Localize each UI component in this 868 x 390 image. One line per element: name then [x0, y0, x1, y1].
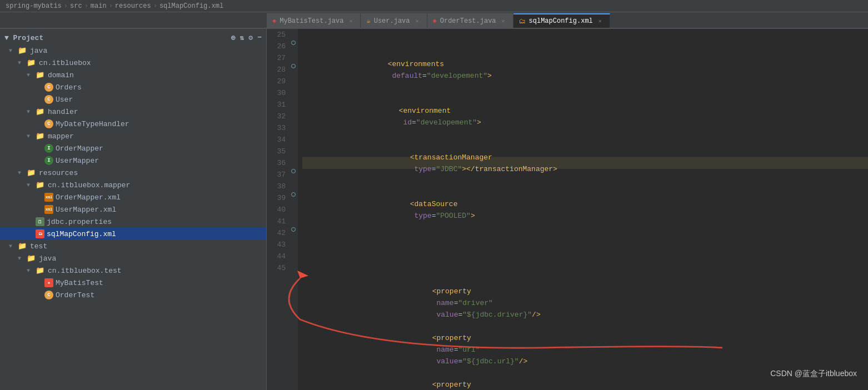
folder-icon-test-java: 📁	[27, 254, 37, 263]
breadcrumb-src[interactable]: src	[70, 2, 82, 10]
folder-icon-cn-test: 📁	[36, 266, 46, 275]
expand-icon[interactable]: ⇅	[240, 33, 245, 42]
code-line-29	[302, 251, 868, 262]
code-line-31: <property name="url" value="${jdbc.url}"…	[302, 344, 868, 356]
xml-icon-usermapper: xml	[44, 205, 53, 214]
code-area[interactable]: <environments default="developement"> <e…	[298, 29, 868, 390]
tree-item-test-java[interactable]: ▼ 📁 java	[0, 252, 266, 264]
tab-sqlmapconfig-label: sqlMapConfig.xml	[529, 17, 593, 25]
tree-label-mybatistest: MyBatisTest	[56, 279, 103, 287]
tree-label-ordermapper-xml: OrderMapper.xml	[56, 193, 121, 202]
tree-item-orders[interactable]: C Orders	[0, 81, 266, 93]
gutter-mark-37	[291, 169, 296, 173]
tree-label-cn-test: cn.itbluebox.test	[48, 267, 122, 275]
folder-icon-test: 📁	[18, 242, 28, 251]
editor: 25 26 27 28 29 30 31 32 33 34 35 36 37 3…	[267, 29, 868, 390]
mybatis-icon: ◈	[272, 17, 276, 25]
tree-item-resources[interactable]: ▼ 📁 resources	[0, 167, 266, 179]
tree-label-test-java: java	[39, 254, 56, 263]
folder-icon: 📁	[18, 46, 28, 55]
tree-item-cn-itbluebox[interactable]: ▼ 📁 cn.itbluebox	[0, 57, 266, 69]
settings-icon[interactable]: ⚙	[248, 33, 253, 42]
tree-label-user: User	[56, 96, 73, 104]
tree-label-handler-class: MyDateTypeHandler	[56, 120, 129, 128]
mybatis-test-icon: ◈	[44, 278, 53, 287]
tab-user-close[interactable]: ✕	[413, 17, 421, 25]
java-class-icon-handler: C	[44, 119, 53, 128]
interface-icon-user: I	[44, 156, 53, 165]
gutter-mark-42	[291, 227, 296, 232]
tab-user-label: User.java	[374, 17, 410, 25]
tree-item-mybatistest[interactable]: ◈ MyBatisTest	[0, 277, 266, 289]
tree-label-cn: cn.itbluebox	[39, 59, 91, 67]
tree-label-mapper: mapper	[48, 132, 74, 141]
java-icon: ☕	[366, 17, 370, 25]
code-line-28: <dataSource type="POOLED">	[302, 204, 868, 216]
sidebar-title: ▼ Project	[4, 34, 43, 42]
tree-label-sqlmapconfig: sqlMapConfig.xml	[47, 230, 116, 238]
code-line-26: <environment id="developement">	[302, 111, 868, 122]
tree-item-usermapper[interactable]: I UserMapper	[0, 154, 266, 167]
tab-ordertest-close[interactable]: ✕	[500, 17, 507, 25]
sidebar-header: ▼ Project ⊕ ⇅ ⚙ −	[0, 31, 266, 44]
watermark: CSDN @蓝盒子itbluebox	[770, 369, 857, 379]
minimize-icon[interactable]: −	[257, 33, 262, 42]
tree-label-ordermapper: OrderMapper	[56, 144, 103, 153]
line-numbers: 25 26 27 28 29 30 31 32 33 34 35 36 37 3…	[267, 29, 289, 390]
folder-icon-cn-mapper: 📁	[36, 181, 46, 189]
tree-item-cn-mapper[interactable]: ▼ 📁 cn.itbluebox.mapper	[0, 179, 266, 191]
mybatis-xml-icon: 🗂	[36, 229, 44, 238]
breadcrumb-main[interactable]: main	[91, 2, 107, 10]
editor-content[interactable]: 25 26 27 28 29 30 31 32 33 34 35 36 37 3…	[267, 29, 868, 390]
gutter-mark-26	[291, 41, 296, 45]
tree-item-mydatetypehandler[interactable]: C MyDateTypeHandler	[0, 118, 266, 130]
properties-icon: 🗒	[36, 217, 44, 226]
gutter-mark-39	[291, 192, 296, 197]
tree-label-cn-mapper: cn.itbluebox.mapper	[48, 181, 130, 189]
tree-item-java[interactable]: ▼ 📁 java	[0, 44, 266, 57]
tree-item-jdbc-properties[interactable]: 🗒 jdbc.properties	[0, 216, 266, 228]
folder-icon-mapper: 📁	[36, 132, 46, 141]
tree-label-usermapper: UserMapper	[56, 157, 99, 165]
tree-label-jdbc: jdbc.properties	[47, 218, 112, 226]
tree-item-sqlmapconfig[interactable]: 🗂 sqlMapConfig.xml	[0, 228, 266, 240]
tree-item-cn-test[interactable]: ▼ 📁 cn.itbluebox.test	[0, 264, 266, 277]
folder-icon-handler: 📁	[36, 107, 46, 116]
tree-label-ordertest: OrderTest	[56, 291, 94, 299]
breadcrumb: spring-mybatis › src › main › resources …	[0, 0, 868, 12]
main-area: ▼ Project ⊕ ⇅ ⚙ − ▼ 📁 java ▼ 📁 cn.itblue…	[0, 29, 868, 390]
breadcrumb-file[interactable]: sqlMapConfig.xml	[159, 2, 223, 10]
tree-label-usermapper-xml: UserMapper.xml	[56, 206, 116, 214]
tab-bar: ◈ MyBatisTest.java ✕ ☕ User.java ✕ ◈ Ord…	[0, 12, 868, 29]
tree-item-test[interactable]: ▼ 📁 test	[0, 240, 266, 252]
tree-item-usermapper-xml[interactable]: xml UserMapper.xml	[0, 203, 266, 216]
tab-ordertest-label: OrderTest.java	[440, 17, 496, 25]
breadcrumb-spring[interactable]: spring-mybatis	[6, 2, 62, 10]
tree-item-mapper[interactable]: ▼ 📁 mapper	[0, 130, 266, 142]
java-class-icon-user: C	[44, 95, 53, 104]
sidebar-icons: ⊕ ⇅ ⚙ −	[231, 33, 262, 42]
xml-icon-ordermapper: xml	[44, 193, 53, 202]
gutter	[289, 29, 298, 390]
breadcrumb-resources[interactable]: resources	[115, 2, 151, 10]
tree-item-ordertest[interactable]: C OrderTest	[0, 289, 266, 301]
tree-item-ordermapper-xml[interactable]: xml OrderMapper.xml	[0, 191, 266, 203]
tree-item-ordermapper[interactable]: I OrderMapper	[0, 142, 266, 154]
tab-ordertest[interactable]: ◈ OrderTest.java ✕	[427, 13, 513, 28]
xml-icon-tab: 🗂	[519, 17, 526, 26]
tab-sqlmapconfig[interactable]: 🗂 sqlMapConfig.xml ✕	[513, 13, 610, 28]
tab-mybatistest[interactable]: ◈ MyBatisTest.java ✕	[267, 13, 361, 28]
code-line-27: <transactionManager type="JDBC"></transa…	[302, 157, 868, 169]
java-class-icon: C	[44, 83, 53, 92]
tab-sqlmapconfig-close[interactable]: ✕	[596, 17, 604, 25]
code-line-25: <environments default="developement">	[302, 64, 868, 76]
tree-label-domain: domain	[48, 71, 74, 79]
tree-item-handler[interactable]: ▼ 📁 handler	[0, 106, 266, 118]
tree-label-test: test	[30, 242, 47, 251]
tree-item-user[interactable]: C User	[0, 93, 266, 106]
tab-user[interactable]: ☕ User.java ✕	[361, 13, 427, 28]
mybatis-icon-2: ◈	[433, 17, 437, 25]
add-icon[interactable]: ⊕	[231, 33, 236, 42]
tab-mybatistest-close[interactable]: ✕	[347, 17, 355, 25]
tree-item-domain[interactable]: ▼ 📁 domain	[0, 69, 266, 81]
